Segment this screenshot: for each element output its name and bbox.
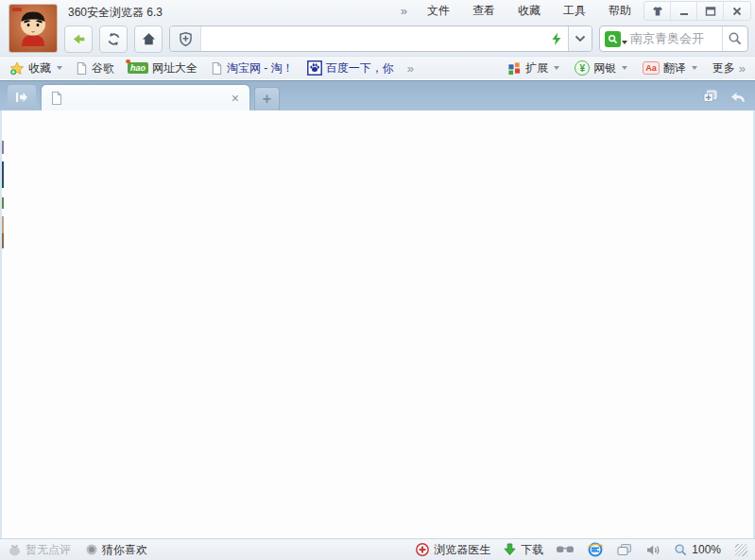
title-bar: 360安全浏览器 6.3 » 文件 查看 收藏 工具 帮助 bbox=[0, 0, 755, 22]
bookmark-label: 谷歌 bbox=[92, 60, 114, 76]
zoom-level-label: 100% bbox=[692, 543, 721, 556]
speed-mode-button[interactable] bbox=[545, 32, 568, 46]
download-label: 下载 bbox=[521, 542, 543, 558]
window-controls bbox=[643, 1, 751, 21]
translate-label: 翻译 bbox=[663, 60, 686, 76]
search-icon bbox=[728, 31, 743, 46]
ie-compatibility-icon[interactable] bbox=[587, 541, 604, 558]
zoom-control[interactable]: 100% bbox=[674, 543, 721, 557]
extensions-label: 扩展 bbox=[525, 60, 548, 76]
favorites-button[interactable]: 收藏 bbox=[9, 60, 62, 76]
menu-view[interactable]: 查看 bbox=[470, 1, 498, 21]
speaker-icon[interactable] bbox=[645, 543, 661, 557]
address-dropdown-button[interactable] bbox=[568, 26, 592, 51]
download-arrow-icon bbox=[503, 542, 517, 557]
zoom-magnifier-icon bbox=[674, 543, 688, 557]
browser-doctor-label: 浏览器医生 bbox=[434, 542, 490, 558]
back-button[interactable] bbox=[64, 25, 93, 53]
active-tab[interactable]: × bbox=[42, 85, 249, 110]
window-title: 360安全浏览器 6.3 bbox=[68, 5, 163, 21]
search-box: 南京青奥会开 bbox=[599, 25, 748, 52]
extensions-dropdown-icon bbox=[554, 66, 559, 70]
menubar-overflow-icon[interactable]: » bbox=[401, 4, 407, 18]
resize-grip[interactable] bbox=[735, 544, 747, 556]
browser-doctor-icon bbox=[415, 542, 430, 557]
more-chevron-icon: » bbox=[739, 61, 746, 76]
menu-help[interactable]: 帮助 bbox=[606, 1, 634, 21]
site-review-button[interactable]: 暂无点评 bbox=[8, 542, 71, 558]
guess-dot-icon bbox=[85, 543, 98, 556]
address-input[interactable] bbox=[201, 26, 545, 51]
sidebar-toggle-button[interactable] bbox=[8, 85, 36, 110]
favorites-star-icon bbox=[9, 61, 25, 76]
page-icon bbox=[76, 61, 88, 76]
desktop-sliver bbox=[2, 141, 4, 248]
download-button[interactable]: 下载 bbox=[503, 542, 543, 558]
tshirt-icon bbox=[651, 5, 664, 18]
recently-closed-tabs-icon[interactable] bbox=[701, 89, 719, 105]
search-engine-badge[interactable] bbox=[605, 31, 621, 47]
more-label: 更多 bbox=[712, 60, 735, 76]
status-bar-right: 浏览器医生 下载 bbox=[415, 541, 747, 558]
skin-button[interactable] bbox=[644, 2, 671, 20]
bookmark-hao123[interactable]: hao 网址大全 bbox=[128, 60, 197, 76]
search-input[interactable]: 南京青奥会开 bbox=[627, 30, 722, 47]
expand-sidebar-icon bbox=[14, 91, 29, 104]
avatar-cartoon-image bbox=[9, 5, 57, 52]
site-review-label: 暂无点评 bbox=[26, 542, 71, 558]
minimize-button[interactable] bbox=[671, 2, 697, 20]
bookmark-label: 网址大全 bbox=[152, 60, 197, 76]
bookmarks-bar: 收藏 谷歌 hao 网址大全 淘宝网 - 淘！ bbox=[0, 57, 755, 80]
address-bar bbox=[169, 25, 592, 52]
tab-page-icon bbox=[50, 91, 63, 106]
undo-close-tab-icon[interactable] bbox=[729, 90, 747, 104]
more-button[interactable]: 更多 » bbox=[712, 60, 746, 76]
browser-doctor-button[interactable]: 浏览器医生 bbox=[415, 542, 490, 558]
tab-close-button[interactable]: × bbox=[230, 92, 241, 105]
favorites-dropdown-icon bbox=[57, 66, 62, 70]
search-engine-magnifier-icon bbox=[608, 34, 618, 44]
page-icon bbox=[211, 61, 223, 76]
translate-dropdown-icon bbox=[692, 66, 697, 70]
guess-you-like-button[interactable]: 猜你喜欢 bbox=[85, 542, 147, 558]
user-avatar[interactable] bbox=[9, 5, 57, 52]
refresh-button[interactable] bbox=[99, 25, 128, 53]
refresh-icon bbox=[106, 31, 122, 47]
review-tomato-icon bbox=[8, 543, 22, 557]
lightning-icon bbox=[551, 32, 562, 46]
bookmark-baidu[interactable]: 百度一下，你 bbox=[307, 60, 394, 76]
close-icon bbox=[731, 6, 743, 17]
search-submit-button[interactable] bbox=[722, 26, 747, 51]
maximize-icon bbox=[705, 6, 716, 17]
online-banking-button[interactable]: ¥ 网银 bbox=[575, 60, 627, 76]
maximize-button[interactable] bbox=[697, 2, 724, 20]
translate-icon: Aa bbox=[643, 61, 660, 75]
hao-icon: hao bbox=[128, 62, 148, 74]
bookmarks-bar-right: 扩展 ¥ 网银 Aa 翻译 更多 » bbox=[507, 60, 746, 76]
minimize-icon bbox=[678, 6, 690, 17]
bookmark-taobao[interactable]: 淘宝网 - 淘！ bbox=[211, 60, 294, 76]
baidu-paw-icon bbox=[307, 60, 322, 76]
bookmarks-overflow-icon[interactable]: » bbox=[407, 61, 414, 76]
guess-you-like-label: 猜你喜欢 bbox=[102, 542, 147, 558]
menu-tools[interactable]: 工具 bbox=[560, 1, 589, 21]
bank-dropdown-icon bbox=[622, 66, 627, 70]
bookmark-label: 淘宝网 - 淘！ bbox=[227, 60, 294, 76]
browser-window: 360安全浏览器 6.3 » 文件 查看 收藏 工具 帮助 bbox=[0, 0, 755, 560]
menu-bar: » 文件 查看 收藏 工具 帮助 bbox=[401, 1, 634, 21]
new-tab-button[interactable]: + bbox=[254, 87, 280, 110]
window-list-icon[interactable] bbox=[616, 543, 633, 557]
translate-button[interactable]: Aa 翻译 bbox=[643, 60, 697, 76]
navigation-toolbar: 南京青奥会开 bbox=[0, 22, 755, 57]
bookmark-google[interactable]: 谷歌 bbox=[76, 60, 114, 76]
favorites-label: 收藏 bbox=[28, 60, 51, 76]
site-safety-button[interactable] bbox=[170, 26, 201, 51]
incognito-glasses-icon[interactable] bbox=[556, 544, 575, 555]
shield-plus-icon bbox=[178, 31, 194, 47]
close-button[interactable] bbox=[724, 2, 750, 20]
extensions-button[interactable]: 扩展 bbox=[507, 60, 559, 76]
menu-favorites[interactable]: 收藏 bbox=[515, 1, 543, 21]
menu-file[interactable]: 文件 bbox=[424, 1, 453, 21]
online-banking-label: 网银 bbox=[593, 60, 616, 76]
home-button[interactable] bbox=[134, 25, 163, 53]
